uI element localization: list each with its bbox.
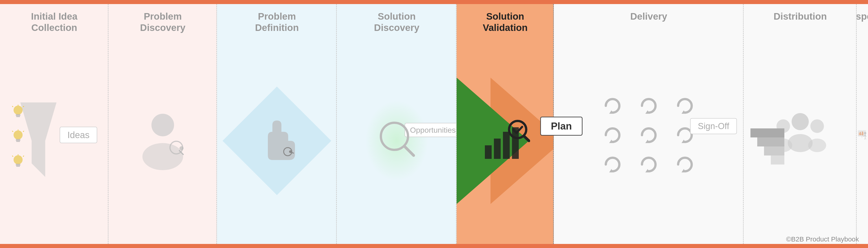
svg-point-7 [13,131,23,139]
bulb-bot [11,154,25,170]
bulb-mid [11,130,25,145]
svg-rect-66 [862,132,863,135]
person-icon [140,111,185,170]
cycle-icon-3 [674,95,696,117]
ideas-badge: Ideas [60,127,97,143]
cycle-icon-5 [638,124,660,146]
svg-rect-67 [863,132,864,135]
phase-label-sol-val: Solution Validation [483,4,528,34]
svg-rect-2 [16,114,20,116]
svg-rect-29 [485,145,492,159]
svg-rect-8 [16,139,20,141]
analytics-icon [480,118,530,164]
phase-label-retrospective: Retrospective [857,4,868,22]
phase-initial-idea: Initial Idea Collection [0,4,108,248]
svg-line-28 [404,146,414,155]
icon-area-sol-val [457,34,554,248]
svg-line-60 [864,137,865,139]
svg-line-12 [23,131,24,132]
svg-rect-30 [494,139,501,159]
signoff-badge: Sign-Off [690,118,737,134]
svg-marker-0 [20,102,57,177]
cycle-grid [598,95,700,176]
plan-badge: Plan [540,117,583,136]
svg-line-11 [12,131,13,132]
bulb-top [11,105,25,120]
svg-rect-64 [860,132,861,135]
main-container: Initial Idea Collection [0,0,868,248]
svg-line-5 [12,106,13,107]
svg-point-1 [13,106,23,115]
svg-rect-9 [16,141,20,142]
phase-problem-discovery: Problem Discovery [108,4,217,248]
cycle-icon-1 [601,95,624,117]
svg-point-56 [864,132,866,134]
finger-icon [254,118,300,164]
icon-area-delivery [554,22,744,248]
phase-retrospective: Retrospective [857,4,868,248]
svg-line-34 [524,136,529,141]
svg-point-53 [808,139,826,152]
staircase-bars [748,121,784,167]
phase-label-prob-disc: Problem Discovery [140,4,186,34]
svg-rect-47 [750,129,784,137]
cycle-icon-7 [601,153,624,176]
phase-label-sol-disc: Solution Discovery [374,4,420,34]
cycle-icon-9 [674,153,696,176]
svg-rect-45 [764,146,784,155]
svg-rect-3 [16,116,20,117]
svg-rect-15 [16,166,20,167]
icon-area-initial: Ideas [0,34,108,248]
icon-area-prob-disc [108,34,217,248]
svg-line-17 [12,156,13,156]
svg-point-19 [151,114,174,136]
top-bar [0,0,868,4]
svg-rect-14 [16,164,20,166]
phase-distribution: Distribution [744,4,857,248]
search-magnifier-icon [376,118,417,164]
svg-rect-46 [757,137,784,146]
svg-rect-31 [503,132,510,159]
icon-area-sol-disc: Opportunities [337,34,457,248]
phase-label-initial: Initial Idea Collection [31,4,77,34]
svg-rect-44 [771,155,784,165]
funnel-group: Ideas [11,82,97,200]
svg-line-18 [23,156,24,156]
cycle-icon-4 [601,124,624,146]
svg-line-61 [865,137,866,139]
phase-problem-definition: Problem Definition [217,4,337,248]
svg-point-52 [810,119,824,133]
icon-area-retrospective [857,22,868,248]
distribution-group [771,110,830,160]
phase-label-delivery: Delivery [630,4,667,22]
svg-point-48 [792,113,809,130]
copyright-text: ©B2B Product Playbook [786,235,859,243]
phase-label-distribution: Distribution [774,4,827,22]
icon-area-distribution [744,22,857,248]
cycle-icon-2 [638,95,660,117]
bottom-bar [0,244,868,248]
phase-solution-validation: Solution Validation [457,4,554,248]
phase-label-prob-def: Problem Definition [255,4,299,34]
presenter-icon [857,104,868,167]
cycle-icon-8 [638,153,660,176]
svg-rect-65 [861,133,862,135]
phase-solution-discovery: Solution Discovery Opportunities [337,4,457,248]
svg-point-13 [13,155,23,164]
phases-wrapper: Initial Idea Collection [0,4,868,248]
svg-rect-63 [859,133,860,135]
svg-line-6 [23,106,24,107]
svg-point-20 [143,143,183,170]
svg-point-22 [180,146,184,150]
icon-area-prob-def [217,34,337,248]
bulb-icons [11,105,25,170]
